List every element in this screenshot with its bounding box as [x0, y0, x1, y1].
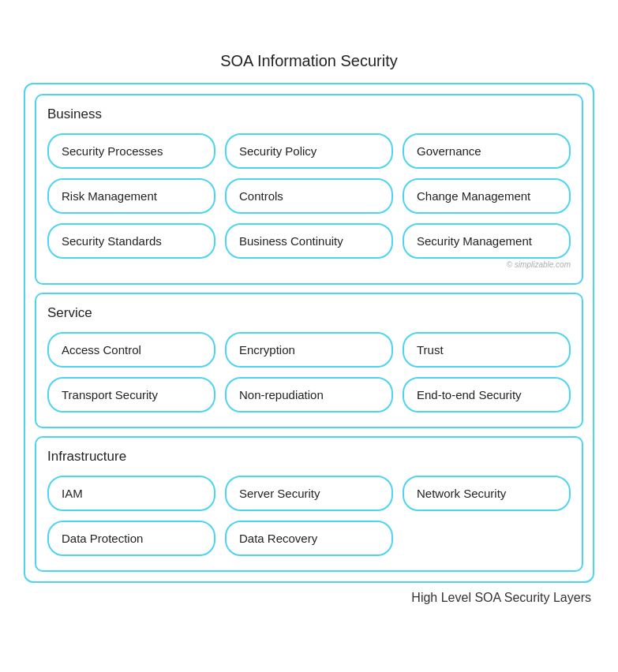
item-security-standards: Security Standards [47, 223, 215, 259]
item-security-policy: Security Policy [225, 133, 393, 169]
item-data-recovery: Data Recovery [225, 521, 393, 556]
service-items-grid: Access Control Encryption Trust Transpor… [47, 332, 571, 413]
item-trust: Trust [403, 332, 571, 368]
item-encryption: Encryption [225, 332, 393, 368]
outer-border: Business Security Processes Security Pol… [24, 83, 594, 583]
item-empty [403, 521, 571, 556]
infrastructure-items-grid: IAM Server Security Network Security Dat… [47, 476, 571, 556]
item-iam: IAM [47, 476, 215, 511]
item-governance: Governance [403, 133, 571, 169]
item-transport-security: Transport Security [47, 377, 215, 413]
item-data-protection: Data Protection [47, 521, 215, 556]
service-label: Service [47, 305, 571, 321]
infrastructure-section: Infrastructure IAM Server Security Netwo… [35, 436, 583, 572]
item-access-control: Access Control [47, 332, 215, 368]
service-section: Service Access Control Encryption Trust … [35, 293, 583, 428]
page-wrapper: SOA Information Security Business Securi… [16, 44, 602, 629]
item-business-continuity: Business Continuity [225, 223, 393, 259]
business-section: Business Security Processes Security Pol… [35, 94, 583, 285]
item-network-security: Network Security [403, 476, 571, 511]
business-items-grid: Security Processes Security Policy Gover… [47, 133, 571, 259]
business-label: Business [47, 106, 571, 122]
infrastructure-label: Infrastructure [47, 449, 571, 465]
item-change-management: Change Management [403, 178, 571, 214]
caption: High Level SOA Security Layers [24, 591, 594, 605]
item-security-processes: Security Processes [47, 133, 215, 169]
item-security-management: Security Management [403, 223, 571, 259]
item-server-security: Server Security [225, 476, 393, 511]
item-risk-management: Risk Management [47, 178, 215, 214]
item-controls: Controls [225, 178, 393, 214]
main-title: SOA Information Security [24, 52, 594, 70]
item-end-to-end-security: End-to-end Security [403, 377, 571, 413]
item-non-repudiation: Non-repudiation [225, 377, 393, 413]
watermark: © simplizable.com [47, 260, 571, 269]
